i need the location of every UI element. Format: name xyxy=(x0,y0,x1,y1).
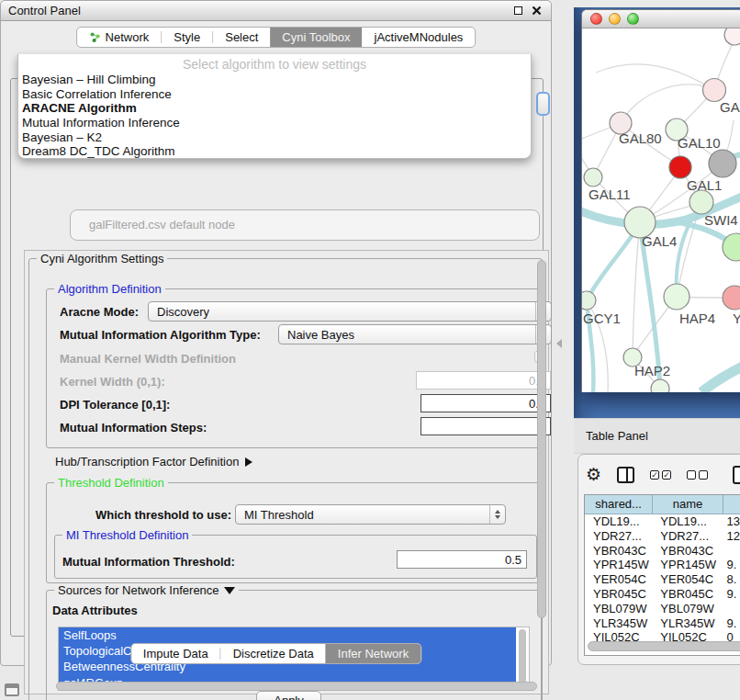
algorithm-option[interactable]: Basic Correlation Inference xyxy=(18,87,531,102)
mi-algorithm-type-label: Mutual Information Algorithm Type: xyxy=(60,328,261,342)
table-row[interactable]: YBR045CYBR045C9. xyxy=(585,587,740,602)
algorithm-option[interactable]: Mutual Information Inference xyxy=(18,116,531,130)
algorithm-option[interactable]: Dream8 DC_TDC Algorithm xyxy=(18,144,531,159)
data-attributes-label: Data Attributes xyxy=(52,604,138,617)
network-icon xyxy=(89,31,101,43)
settings-scroll-pane: Cyni Algorithm Settings Algorithm Defini… xyxy=(24,250,549,694)
network-window-titlebar[interactable] xyxy=(582,10,740,28)
tab-infer-network[interactable]: Infer Network xyxy=(326,644,420,663)
select-all-icon[interactable]: ✓ ✓ xyxy=(650,470,671,480)
network-view-window[interactable]: GAL GAL80 GAL10 GAL11 GAL1 SWI4 GAL4 GCY… xyxy=(581,9,740,392)
node-salmon[interactable] xyxy=(723,286,740,310)
dpi-tolerance-field[interactable] xyxy=(420,394,551,412)
group-title: MI Threshold Definition xyxy=(62,528,192,542)
minimize-window-icon[interactable] xyxy=(609,13,621,25)
close-window-icon[interactable] xyxy=(590,13,602,25)
tab-network[interactable]: Network xyxy=(77,28,162,47)
node-hap4[interactable] xyxy=(664,284,690,310)
tab-jactivemnodules[interactable]: jActiveMNodules xyxy=(363,28,476,47)
close-icon[interactable] xyxy=(532,6,542,16)
algorithm-dropdown-popup: Select algorithm to view settings Bayesi… xyxy=(17,54,532,159)
node-label: HAP4 xyxy=(679,310,715,326)
tab-style[interactable]: Style xyxy=(162,28,212,47)
node-gcy1[interactable] xyxy=(582,291,596,310)
list-scrollbar[interactable] xyxy=(519,629,526,688)
collapse-down-icon[interactable] xyxy=(224,587,235,594)
kernel-width-label: Kernel Width (0,1): xyxy=(60,375,165,389)
network-desktop: GAL GAL80 GAL10 GAL11 GAL1 SWI4 GAL4 GCY… xyxy=(574,7,740,418)
tab-select[interactable]: Select xyxy=(213,28,270,47)
zoom-window-icon[interactable] xyxy=(627,13,639,25)
network-canvas[interactable]: GAL GAL80 GAL10 GAL11 GAL1 SWI4 GAL4 GCY… xyxy=(582,28,740,392)
minimized-panel-icon[interactable] xyxy=(5,683,19,696)
node-label: GAL xyxy=(720,99,740,115)
node-label: GAL1 xyxy=(687,177,722,193)
control-panel-window: Control Panel Network xyxy=(0,0,552,666)
network-graph[interactable] xyxy=(582,28,740,392)
gear-icon[interactable]: ⚙ xyxy=(586,466,601,484)
node-gray[interactable] xyxy=(709,150,736,177)
which-threshold-combobox[interactable]: MI Threshold xyxy=(235,504,506,525)
table-row[interactable]: YDL19...YDL19...13 xyxy=(585,514,740,529)
sources-collapser[interactable]: Sources for Network Inference xyxy=(54,583,239,597)
table-row[interactable]: YDR27...YDR27...12 xyxy=(585,529,740,544)
table-row[interactable]: YER054CYER054C8. xyxy=(585,572,740,587)
tab-impute-data[interactable]: Impute Data xyxy=(131,644,220,663)
tab-label: Discretize Data xyxy=(233,647,314,660)
node-red-selected[interactable] xyxy=(669,156,691,178)
unchecked-box-icon xyxy=(687,470,696,480)
table-row[interactable]: YLR345WYLR345W9. xyxy=(585,616,740,631)
node-partial-bottom[interactable] xyxy=(651,379,669,392)
node-label: GAL10 xyxy=(678,135,721,151)
kernel-width-field[interactable] xyxy=(416,371,551,390)
algorithm-option-selected[interactable]: ARACNE Algorithm xyxy=(18,101,531,116)
table-toolbar: ⚙ ✓ ✓ xyxy=(586,462,740,488)
deselect-all-icon[interactable] xyxy=(687,470,708,480)
table-row[interactable]: YBR043CYBR043C xyxy=(585,544,740,559)
mi-threshold-label: Mutual Information Threshold: xyxy=(62,555,235,569)
mi-steps-field[interactable] xyxy=(420,417,551,435)
checked-box-icon: ✓ xyxy=(662,470,671,480)
table-source-combobox[interactable]: galFiltered.csv default node xyxy=(70,209,540,241)
node-pink[interactable] xyxy=(703,79,726,102)
node-gal11[interactable] xyxy=(584,168,602,186)
tab-cyni-toolbox[interactable]: Cyni Toolbox xyxy=(270,28,362,47)
control-panel-header[interactable]: Control Panel xyxy=(1,1,551,21)
column-header[interactable]: shared... xyxy=(585,495,653,514)
split-columns-icon[interactable] xyxy=(617,467,634,483)
table-function-icon[interactable] xyxy=(733,466,740,484)
mi-threshold-field[interactable] xyxy=(397,550,527,569)
column-header[interactable]: name xyxy=(653,495,723,514)
node-gal1[interactable] xyxy=(690,190,713,214)
apply-button[interactable]: Apply xyxy=(256,691,321,700)
list-item[interactable]: SelfLoops xyxy=(59,627,516,643)
expand-right-icon[interactable] xyxy=(245,457,252,467)
algorithm-option[interactable]: Bayesian – Hill Climbing xyxy=(18,73,531,87)
group-title: Threshold Definition xyxy=(54,476,168,490)
mi-threshold-definition-group: MI Threshold Definition Mutual Informati… xyxy=(54,535,537,579)
algorithm-option[interactable]: Bayesian – K2 xyxy=(18,130,531,145)
node-partial-top[interactable] xyxy=(724,28,740,45)
node-attribute-table[interactable]: shared... name A YDL19...YDL19...13 YDR2… xyxy=(584,494,740,656)
table-row[interactable]: YBL079WYBL079W xyxy=(585,602,740,616)
float-window-icon[interactable] xyxy=(514,6,522,15)
table-horizontal-scrollbar[interactable] xyxy=(588,641,740,651)
aracne-mode-combobox[interactable]: Discovery xyxy=(148,301,552,322)
mi-algorithm-type-combobox[interactable]: Naive Bayes xyxy=(278,324,552,344)
table-panel-header[interactable]: Table Panel xyxy=(574,418,740,454)
column-header[interactable]: A xyxy=(723,495,740,514)
threshold-definition-group: Threshold Definition Which threshold to … xyxy=(46,482,542,583)
stepper-arrows-icon xyxy=(489,505,505,524)
tab-discretize-data[interactable]: Discretize Data xyxy=(221,644,326,663)
tab-label: Network xyxy=(106,30,150,44)
node-label: SWI4 xyxy=(704,212,738,228)
table-row[interactable]: YPR145WYPR145W9. xyxy=(585,558,740,572)
panel-splitter-handle[interactable] xyxy=(556,339,562,348)
control-panel-title: Control Panel xyxy=(1,4,81,17)
settings-horizontal-scrollbar[interactable] xyxy=(56,682,537,691)
settings-vertical-scrollbar[interactable] xyxy=(537,260,546,618)
hub-definition-expander[interactable]: Hub/Transcription Factor Definition xyxy=(55,455,252,469)
tab-label: Style xyxy=(174,30,200,44)
cyni-toolbox-panel: galFiltered.csv default node Cyni Algori… xyxy=(10,78,544,637)
algorithm-definition-group: Algorithm Definition Aracne Mode: Discov… xyxy=(46,288,540,448)
